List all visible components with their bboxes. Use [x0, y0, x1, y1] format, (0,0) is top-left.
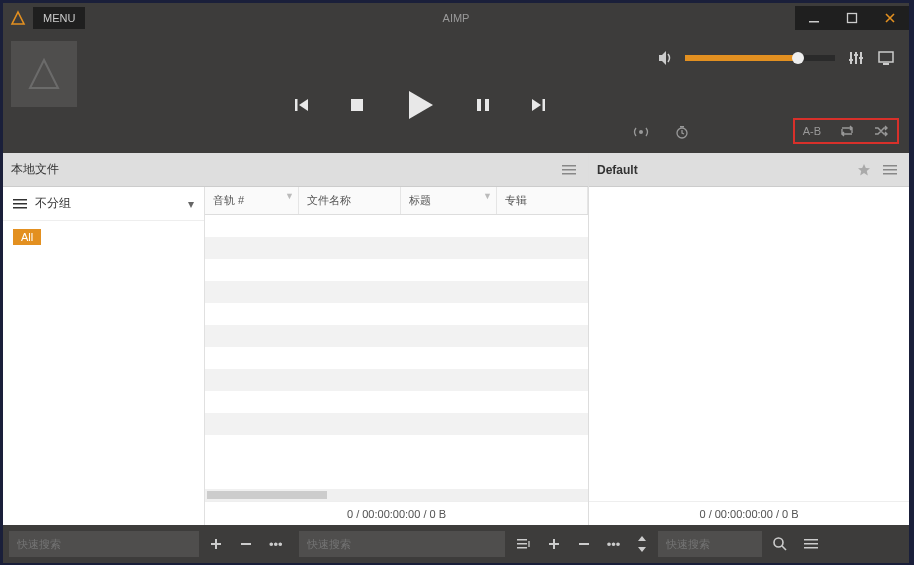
repeat-button[interactable] [839, 124, 855, 138]
stop-button[interactable] [349, 97, 365, 113]
move-updown-button[interactable] [630, 531, 654, 557]
volume-icon[interactable] [657, 49, 675, 67]
equalizer-button[interactable] [847, 49, 865, 67]
left-panel: 本地文件 不分组 ▾ All 音轨 #▼ [3, 153, 589, 525]
svg-rect-12 [859, 57, 863, 59]
svg-point-15 [639, 130, 643, 134]
close-button[interactable] [871, 6, 909, 30]
svg-rect-2 [295, 99, 298, 111]
svg-rect-29 [517, 547, 527, 549]
svg-rect-6 [543, 99, 546, 111]
svg-rect-33 [804, 547, 818, 549]
left-tab-menu-icon[interactable] [558, 160, 580, 180]
table-row [205, 215, 588, 237]
table-row [205, 435, 588, 457]
remove-button[interactable] [233, 533, 259, 555]
minimize-button[interactable] [795, 6, 833, 30]
player-top-right [657, 49, 895, 67]
search-button[interactable] [766, 532, 794, 556]
filter-icon[interactable]: ▼ [285, 191, 294, 201]
pause-button[interactable] [475, 97, 491, 113]
volume-control [657, 49, 835, 67]
grouping-label: 不分组 [35, 195, 71, 212]
left-search-input[interactable] [9, 531, 199, 557]
maximize-button[interactable] [833, 6, 871, 30]
right-search-input[interactable] [658, 531, 762, 557]
left-tab-bar: 本地文件 [3, 153, 588, 187]
filter-icon[interactable]: ▼ [483, 191, 492, 201]
svg-rect-3 [351, 99, 363, 111]
add-button[interactable] [203, 533, 229, 555]
next-button[interactable] [529, 96, 547, 114]
favorite-icon[interactable] [853, 159, 875, 181]
left-tab-label[interactable]: 本地文件 [11, 161, 59, 178]
svg-rect-20 [562, 173, 576, 175]
right-tab-label[interactable]: Default [597, 163, 638, 177]
visualization-button[interactable] [877, 49, 895, 67]
table-header: 音轨 #▼ 文件名称 标题▼ 专辑 [205, 187, 588, 215]
svg-rect-10 [849, 59, 853, 61]
playback-mode-highlight: A-B [793, 118, 899, 144]
horizontal-scrollbar[interactable] [205, 489, 588, 501]
bottom-bar: ••• ••• [3, 525, 909, 563]
ab-repeat-button[interactable]: A-B [803, 125, 821, 137]
volume-fill [685, 55, 798, 61]
menu-button[interactable]: MENU [33, 7, 85, 29]
svg-rect-32 [804, 543, 818, 545]
all-filter-badge[interactable]: All [13, 229, 41, 245]
right-tab-bar: Default [589, 153, 909, 187]
svg-rect-1 [848, 14, 857, 23]
grouping-selector[interactable]: 不分组 ▾ [3, 187, 204, 221]
table-row [205, 303, 588, 325]
window-controls [795, 6, 909, 30]
playlist-add-button[interactable] [541, 533, 567, 555]
table-row [205, 237, 588, 259]
shuffle-button[interactable] [873, 124, 889, 138]
right-status-line: 0 / 00:00:00:00 / 0 B [589, 501, 909, 525]
table-row [205, 369, 588, 391]
table-row [205, 413, 588, 435]
scrollbar-thumb[interactable] [207, 491, 327, 499]
middle-search-input[interactable] [299, 531, 505, 557]
play-button[interactable] [403, 88, 437, 122]
svg-rect-26 [883, 173, 897, 175]
svg-rect-27 [517, 539, 527, 541]
column-title[interactable]: 标题▼ [401, 187, 497, 214]
title-bar: MENU AIMP [3, 3, 909, 33]
radio-icon[interactable] [633, 125, 649, 139]
more-button[interactable]: ••• [263, 533, 289, 556]
timer-icon[interactable] [675, 125, 689, 139]
table-row [205, 347, 588, 369]
left-body: 不分组 ▾ All 音轨 #▼ 文件名称 标题▼ 专辑 [3, 187, 588, 525]
svg-rect-4 [477, 99, 481, 111]
column-filename[interactable]: 文件名称 [299, 187, 401, 214]
svg-rect-13 [879, 52, 893, 62]
column-track-number[interactable]: 音轨 #▼ [205, 187, 299, 214]
right-tab-menu-icon[interactable] [879, 160, 901, 180]
player-extra-icons [633, 125, 689, 139]
svg-rect-31 [804, 539, 818, 541]
content-area: 本地文件 不分组 ▾ All 音轨 #▼ [3, 153, 909, 525]
svg-rect-25 [883, 169, 897, 171]
svg-point-30 [774, 538, 783, 547]
playlist-remove-button[interactable] [571, 533, 597, 555]
bottom-menu-button[interactable] [798, 534, 824, 554]
playlist-body[interactable] [589, 187, 909, 501]
player-area: A-B [3, 33, 909, 153]
svg-rect-28 [517, 543, 527, 545]
volume-thumb[interactable] [792, 52, 804, 64]
track-table: 音轨 #▼ 文件名称 标题▼ 专辑 [205, 187, 588, 525]
previous-button[interactable] [293, 96, 311, 114]
svg-rect-14 [883, 63, 889, 65]
table-body[interactable] [205, 215, 588, 489]
svg-rect-5 [485, 99, 489, 111]
volume-slider[interactable] [685, 55, 835, 61]
sort-button[interactable] [509, 533, 537, 555]
hamburger-icon [13, 198, 27, 210]
playlist-more-button[interactable]: ••• [601, 533, 627, 556]
column-album[interactable]: 专辑 [497, 187, 588, 214]
svg-rect-21 [13, 199, 27, 201]
svg-rect-22 [13, 203, 27, 205]
table-row [205, 259, 588, 281]
svg-rect-8 [855, 52, 857, 64]
